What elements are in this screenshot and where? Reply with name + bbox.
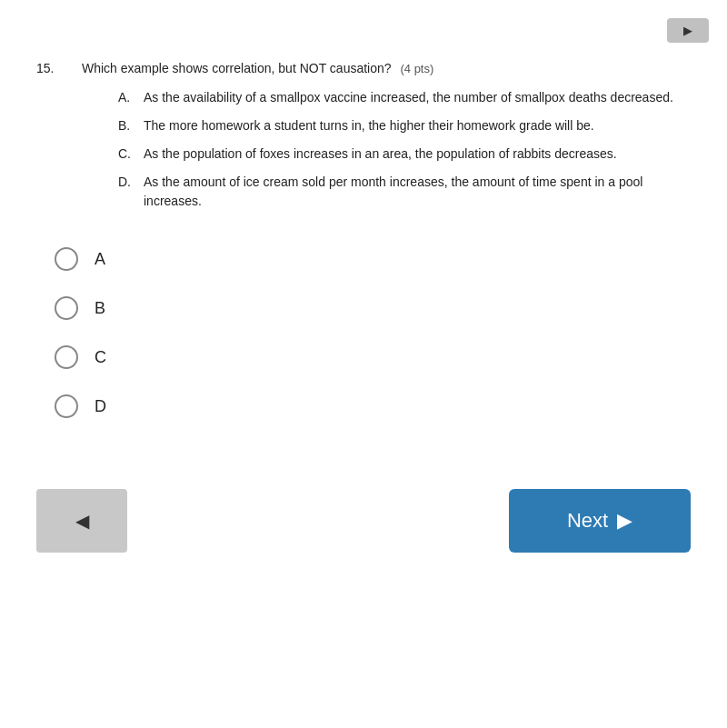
option-item-b: B. The more homework a student turns in,…: [118, 116, 691, 135]
option-text-a: As the availability of a smallpox vaccin…: [144, 88, 673, 107]
page-container: ▶ 15. Which example shows correlation, b…: [0, 0, 727, 728]
option-item-d: D. As the amount of ice cream sold per m…: [118, 173, 691, 211]
option-text-c: As the population of foxes increases in …: [144, 145, 617, 164]
next-icon: ▶: [617, 509, 632, 533]
option-item-a: A. As the availability of a smallpox vac…: [118, 88, 691, 107]
top-nav-button[interactable]: ▶: [667, 18, 709, 43]
radio-label-d: D: [95, 397, 106, 416]
option-item-c: C. As the population of foxes increases …: [118, 145, 691, 164]
next-label: Next: [567, 509, 608, 533]
question-text: Which example shows correlation, but NOT…: [82, 61, 433, 75]
radio-circle-a[interactable]: [55, 247, 78, 271]
radio-option-b[interactable]: B: [55, 296, 691, 320]
top-bar: ▶: [0, 18, 727, 52]
radio-label-b: B: [95, 299, 105, 318]
option-text-d: As the amount of ice cream sold per mont…: [144, 173, 691, 211]
options-list: A. As the availability of a smallpox vac…: [36, 88, 691, 211]
radio-circle-d[interactable]: [55, 394, 78, 418]
question-main-text: Which example shows correlation, but NOT…: [82, 61, 392, 75]
option-text-b: The more homework a student turns in, th…: [144, 116, 594, 135]
radio-label-c: C: [95, 348, 106, 367]
radio-option-c[interactable]: C: [55, 345, 691, 369]
option-letter-a: A.: [118, 88, 144, 107]
navigation-bar: ◀ Next ▶: [0, 471, 727, 571]
back-button[interactable]: ◀: [36, 489, 127, 553]
answer-section: A B C D: [0, 229, 727, 462]
radio-circle-c[interactable]: [55, 345, 78, 369]
option-letter-d: D.: [118, 173, 144, 192]
radio-circle-b[interactable]: [55, 296, 78, 320]
option-letter-b: B.: [118, 116, 144, 135]
radio-option-d[interactable]: D: [55, 394, 691, 418]
next-button[interactable]: Next ▶: [509, 489, 691, 553]
radio-option-a[interactable]: A: [55, 247, 691, 271]
question-number: 15.: [36, 61, 82, 75]
radio-label-a: A: [95, 250, 105, 269]
option-letter-c: C.: [118, 145, 144, 164]
back-icon: ◀: [75, 510, 89, 532]
question-section: 15. Which example shows correlation, but…: [0, 52, 727, 229]
question-pts: (4 pts): [400, 62, 433, 75]
question-header: 15. Which example shows correlation, but…: [36, 61, 691, 75]
